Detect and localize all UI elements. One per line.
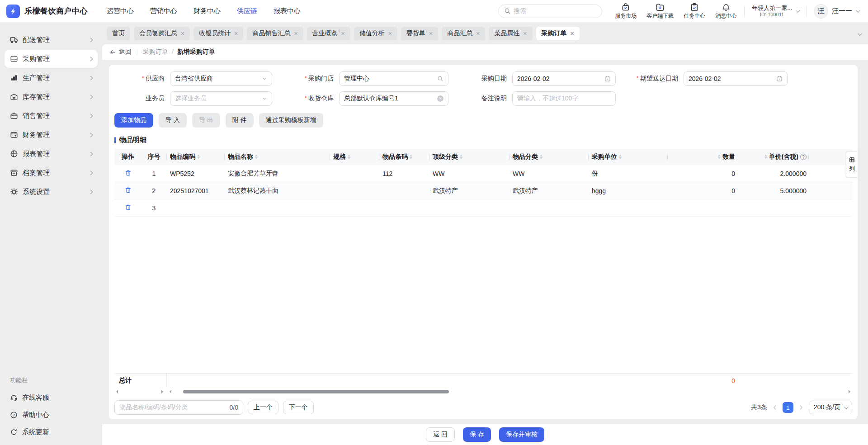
close-icon[interactable] bbox=[429, 30, 433, 37]
page-prev-icon[interactable] bbox=[772, 404, 778, 411]
help-icon[interactable] bbox=[800, 154, 807, 160]
add-item-button[interactable]: 添加物品 bbox=[114, 113, 153, 128]
global-search-input[interactable]: 搜索 bbox=[498, 5, 602, 18]
nav-supply-chain[interactable]: 供应链 bbox=[237, 7, 257, 15]
tab-product-sales[interactable]: 商品销售汇总 bbox=[247, 27, 303, 40]
nav-finance-center[interactable]: 财务中心 bbox=[193, 7, 221, 15]
remark-input[interactable]: 请输入，不超过100字 bbox=[512, 91, 616, 106]
col-unit[interactable]: 采购单位 bbox=[588, 149, 667, 165]
col-item-name[interactable]: 物品名称 bbox=[224, 149, 330, 165]
task-center-button[interactable]: 任务中心 bbox=[684, 3, 705, 20]
tab-product-summary[interactable]: 商品汇总 bbox=[442, 27, 485, 40]
store-switcher[interactable]: 年轻人第一家... ID: 100011 bbox=[752, 5, 799, 18]
tab-dish-attributes[interactable]: 菜品属性 bbox=[489, 27, 532, 40]
import-button[interactable]: 导 入 bbox=[159, 113, 187, 128]
nav-operation-center[interactable]: 运营中心 bbox=[107, 7, 134, 15]
salesman-select[interactable]: 选择业务员 bbox=[170, 91, 272, 106]
close-icon[interactable] bbox=[341, 30, 345, 37]
help-center-button[interactable]: ? 帮助中心 bbox=[0, 406, 102, 423]
return-button[interactable]: 返 回 bbox=[426, 427, 455, 442]
sidebar-item-delivery[interactable]: 配送管理 bbox=[5, 31, 98, 49]
next-button[interactable]: 下一个 bbox=[283, 401, 314, 414]
from-template-button[interactable]: 通过采购模板新增 bbox=[259, 113, 323, 128]
tab-requisition[interactable]: 要货单 bbox=[401, 27, 438, 40]
sidebar-item-procurement[interactable]: 采购管理 bbox=[5, 50, 98, 68]
save-and-audit-button[interactable]: 保存并审核 bbox=[499, 427, 544, 442]
breadcrumb-parent[interactable]: 采购订单 bbox=[143, 48, 168, 55]
item-find-input[interactable]: 物品名称/编码/条码/分类 0/0 bbox=[114, 400, 243, 415]
save-button[interactable]: 保 存 bbox=[463, 427, 491, 442]
frozen-scroll-track[interactable] bbox=[114, 390, 165, 393]
supplier-select[interactable]: 台湾省供应商 bbox=[170, 71, 272, 86]
sidebar-item-archives[interactable]: 档案管理 bbox=[5, 164, 98, 182]
tab-member-repurchase[interactable]: 会员复购汇总 bbox=[134, 27, 190, 40]
page-next-icon[interactable] bbox=[798, 404, 804, 411]
close-icon[interactable] bbox=[388, 30, 392, 37]
cell-price[interactable]: 2.000000 bbox=[737, 170, 808, 177]
cell-qty[interactable]: 0 bbox=[667, 187, 737, 194]
col-spec[interactable]: 规格 bbox=[330, 149, 379, 165]
close-icon[interactable] bbox=[294, 30, 297, 37]
nav-report-center[interactable]: 报表中心 bbox=[274, 7, 301, 15]
sort-icon[interactable] bbox=[410, 155, 412, 159]
cell-price[interactable]: 5.000000 bbox=[737, 187, 808, 194]
back-link[interactable]: 返回 bbox=[109, 48, 132, 56]
nav-marketing-center[interactable]: 营销中心 bbox=[150, 7, 177, 15]
col-qty[interactable]: 数量 bbox=[667, 149, 737, 165]
close-icon[interactable] bbox=[181, 30, 184, 37]
service-market-button[interactable]: 服务市场 bbox=[615, 3, 637, 20]
sort-icon[interactable] bbox=[764, 155, 767, 159]
sidebar-item-reports[interactable]: 报表管理 bbox=[5, 145, 98, 163]
user-menu[interactable]: 汪 汪一一 bbox=[814, 4, 859, 19]
sort-icon[interactable] bbox=[718, 155, 721, 159]
tab-stored-value[interactable]: 储值分析 bbox=[354, 27, 397, 40]
scrollbar-thumb[interactable] bbox=[183, 390, 449, 393]
column-settings-button[interactable]: 列 bbox=[846, 151, 858, 178]
delete-row-button[interactable] bbox=[125, 170, 132, 176]
sort-icon[interactable] bbox=[460, 155, 462, 159]
delete-row-button[interactable] bbox=[125, 187, 132, 194]
page-size-select[interactable]: 200 条/页 bbox=[809, 401, 852, 414]
sidebar-item-inventory[interactable]: 库存管理 bbox=[5, 88, 98, 106]
scroll-left-icon[interactable] bbox=[168, 390, 171, 393]
close-icon[interactable] bbox=[234, 30, 238, 37]
cell-qty[interactable]: 0 bbox=[667, 170, 737, 177]
tab-home[interactable]: 首页 bbox=[107, 27, 130, 40]
sort-icon[interactable] bbox=[619, 155, 622, 159]
close-icon[interactable] bbox=[476, 30, 480, 37]
scroll-left-icon[interactable] bbox=[114, 390, 118, 393]
tab-cashier-stats[interactable]: 收银员统计 bbox=[193, 27, 243, 40]
sort-icon[interactable] bbox=[197, 155, 200, 159]
sidebar-item-finance[interactable]: 财务管理 bbox=[5, 126, 98, 144]
clear-icon[interactable] bbox=[437, 95, 443, 102]
close-icon[interactable] bbox=[523, 30, 527, 37]
sort-icon[interactable] bbox=[540, 155, 542, 159]
purchase-date-input[interactable]: 2026-02-02 bbox=[512, 71, 616, 86]
client-download-button[interactable]: 客户端下载 bbox=[646, 3, 674, 20]
sort-icon[interactable] bbox=[255, 155, 258, 159]
page-number[interactable]: 1 bbox=[783, 402, 793, 413]
close-icon[interactable] bbox=[571, 30, 574, 37]
col-price[interactable]: 单价(含税) bbox=[737, 149, 808, 165]
tab-purchase-order[interactable]: 采购订单 bbox=[536, 27, 580, 40]
scroll-track[interactable] bbox=[168, 388, 852, 395]
tab-business-overview[interactable]: 营业概览 bbox=[307, 27, 350, 40]
sidebar-item-sales[interactable]: 销售管理 bbox=[5, 107, 98, 125]
col-category[interactable]: 物品分类 bbox=[509, 149, 588, 165]
online-service-button[interactable]: 在线客服 bbox=[0, 389, 102, 406]
scroll-right-icon[interactable] bbox=[161, 390, 165, 393]
expected-date-input[interactable]: 2026-02-02 bbox=[684, 71, 788, 86]
delete-row-button[interactable] bbox=[125, 204, 132, 211]
col-item-code[interactable]: 物品编码 bbox=[166, 149, 224, 165]
col-barcode[interactable]: 物品条码 bbox=[379, 149, 429, 165]
message-center-button[interactable]: 消息中心 bbox=[715, 3, 737, 20]
tab-overflow-button[interactable] bbox=[855, 27, 863, 40]
sort-icon[interactable] bbox=[348, 155, 350, 159]
sidebar-item-production[interactable]: 生产管理 bbox=[5, 69, 98, 87]
col-top-category[interactable]: 顶级分类 bbox=[429, 149, 509, 165]
prev-button[interactable]: 上一个 bbox=[248, 401, 278, 414]
system-update-button[interactable]: 系统更新 bbox=[0, 423, 102, 440]
sidebar-item-settings[interactable]: 系统设置 bbox=[5, 183, 98, 201]
warehouse-input[interactable]: 总部默认仓库编号1 bbox=[339, 91, 448, 106]
attachment-button[interactable]: 附 件 bbox=[226, 113, 254, 128]
